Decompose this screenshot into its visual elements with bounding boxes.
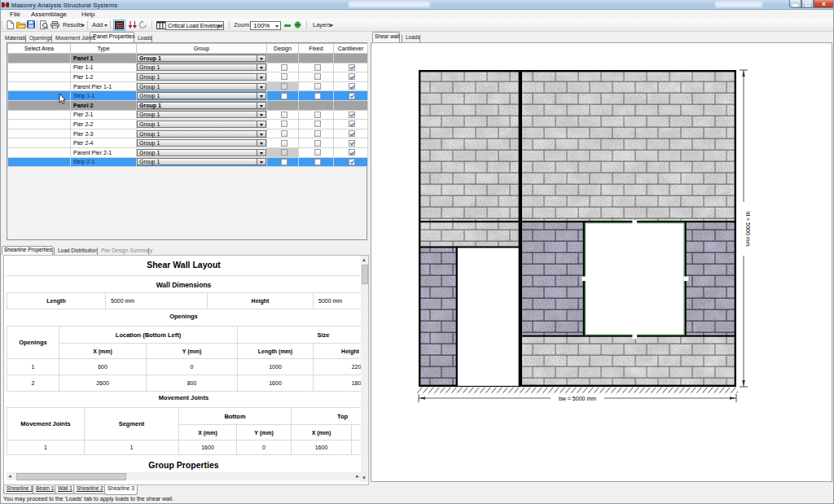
- svg-text:ht = 5000 mm: ht = 5000 mm: [745, 212, 751, 247]
- svg-text:bw = 5000 mm: bw = 5000 mm: [559, 396, 596, 401]
